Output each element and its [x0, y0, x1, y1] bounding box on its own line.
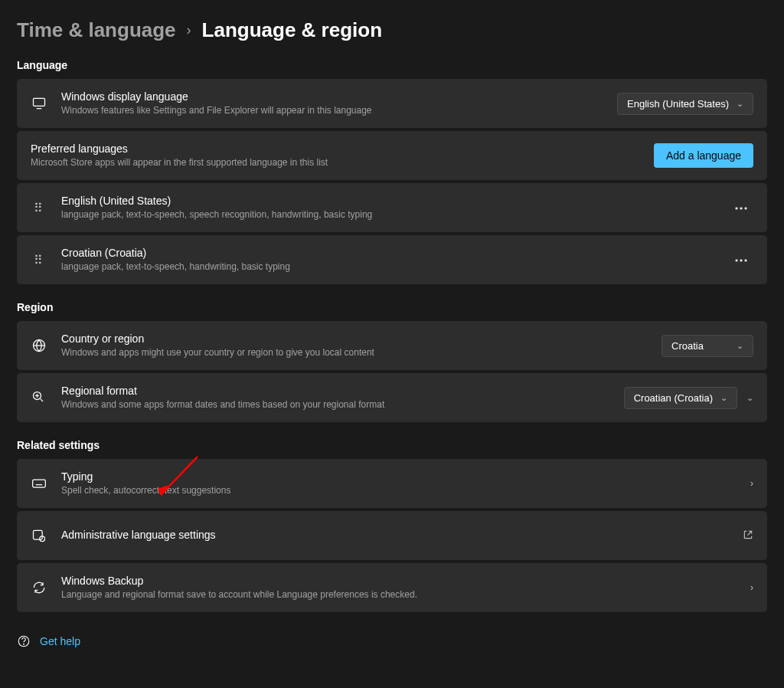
- expand-icon[interactable]: ⌄: [746, 393, 753, 403]
- section-title-related: Related settings: [17, 439, 767, 451]
- region-format-icon: [31, 390, 47, 405]
- admin-icon: [31, 528, 47, 543]
- more-options-icon[interactable]: ⋯: [730, 199, 753, 216]
- backup-icon: [31, 580, 47, 595]
- breadcrumb-current: Language & region: [202, 18, 382, 42]
- chevron-right-icon: ›: [750, 478, 753, 489]
- chevron-down-icon: ⌄: [720, 393, 727, 403]
- globe-icon: [31, 338, 47, 353]
- admin-language-title: Administrative language settings: [61, 529, 729, 541]
- language-item-name: English (United States): [61, 195, 716, 207]
- get-help-link[interactable]: Get help: [40, 635, 80, 647]
- windows-backup-subtitle: Language and regional format save to acc…: [61, 588, 737, 601]
- country-region-subtitle: Windows and apps might use your country …: [61, 346, 648, 359]
- admin-language-card[interactable]: Administrative language settings: [17, 511, 767, 560]
- display-language-card: Windows display language Windows feature…: [17, 79, 767, 128]
- display-language-title: Windows display language: [61, 90, 603, 103]
- language-item-name: Croatian (Croatia): [61, 247, 716, 259]
- regional-format-card: Regional format Windows and some apps fo…: [17, 373, 767, 422]
- breadcrumb: Time & language › Language & region: [17, 18, 767, 42]
- section-title-region: Region: [17, 301, 767, 313]
- typing-subtitle: Spell check, autocorrect, text suggestio…: [61, 484, 737, 497]
- footer-help: Get help: [17, 634, 767, 649]
- windows-backup-title: Windows Backup: [61, 575, 737, 587]
- add-language-button[interactable]: Add a language: [654, 143, 753, 168]
- chevron-right-icon: ›: [187, 22, 191, 38]
- display-language-value: English (United States): [627, 98, 729, 110]
- regional-format-subtitle: Windows and some apps format dates and t…: [61, 398, 610, 411]
- chevron-down-icon: ⌄: [737, 341, 743, 351]
- keyboard-icon: [31, 476, 47, 491]
- display-language-select[interactable]: English (United States) ⌄: [617, 93, 753, 115]
- country-region-select[interactable]: Croatia ⌄: [662, 335, 753, 357]
- more-options-icon[interactable]: ⋯: [730, 251, 753, 268]
- country-region-value: Croatia: [671, 340, 704, 352]
- regional-format-title: Regional format: [61, 385, 610, 397]
- language-item-features: language pack, text-to-speech, handwriti…: [61, 260, 716, 274]
- language-item-english[interactable]: ⠿ English (United States) language pack,…: [17, 183, 767, 232]
- svg-rect-4: [33, 480, 46, 487]
- windows-backup-card[interactable]: Windows Backup Language and regional for…: [17, 563, 767, 612]
- typing-card[interactable]: Typing Spell check, autocorrect, text su…: [17, 459, 767, 508]
- breadcrumb-parent[interactable]: Time & language: [17, 18, 176, 42]
- display-language-subtitle: Windows features like Settings and File …: [61, 104, 603, 117]
- monitor-icon: [31, 96, 47, 111]
- help-icon: [17, 634, 31, 649]
- country-region-card: Country or region Windows and apps might…: [17, 321, 767, 370]
- typing-title: Typing: [61, 470, 737, 483]
- language-item-croatian[interactable]: ⠿ Croatian (Croatia) language pack, text…: [17, 235, 767, 284]
- chevron-right-icon: ›: [750, 582, 753, 593]
- preferred-languages-subtitle: Microsoft Store apps will appear in the …: [31, 156, 640, 169]
- language-item-features: language pack, text-to-speech, speech re…: [61, 208, 716, 221]
- drag-handle-icon[interactable]: ⠿: [31, 201, 47, 215]
- preferred-languages-header: Preferred languages Microsoft Store apps…: [17, 131, 767, 180]
- svg-rect-0: [34, 98, 45, 106]
- regional-format-value: Croatian (Croatia): [634, 392, 713, 404]
- chevron-down-icon: ⌄: [737, 99, 743, 109]
- open-external-icon: [743, 529, 753, 542]
- svg-point-13: [24, 644, 24, 644]
- regional-format-select[interactable]: Croatian (Croatia) ⌄: [624, 387, 737, 409]
- svg-rect-10: [34, 530, 43, 539]
- drag-handle-icon[interactable]: ⠿: [31, 253, 47, 267]
- preferred-languages-title: Preferred languages: [31, 143, 640, 155]
- section-title-language: Language: [17, 59, 767, 71]
- country-region-title: Country or region: [61, 333, 648, 345]
